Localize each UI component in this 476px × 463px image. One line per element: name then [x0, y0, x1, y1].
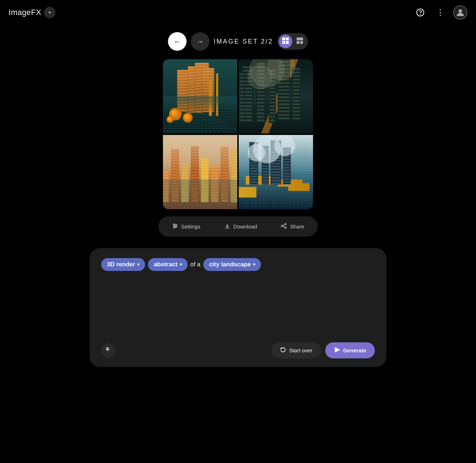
generate-button[interactable]: Generate — [325, 342, 375, 358]
header-right: ⋮ — [413, 5, 467, 20]
prompt-input-area[interactable] — [101, 278, 375, 321]
avatar[interactable] — [453, 5, 467, 20]
svg-rect-6 — [286, 41, 289, 44]
svg-point-17 — [281, 225, 283, 227]
header: ImageFX ▾ ⋮ — [0, 0, 476, 25]
main-content: ← → IMAGE SET 2/2 — [0, 25, 476, 463]
app-title: ImageFX — [9, 8, 41, 17]
svg-point-15 — [174, 227, 175, 228]
grid-view-button[interactable] — [279, 35, 292, 48]
svg-point-13 — [173, 224, 175, 225]
image-cell-3[interactable] — [163, 135, 237, 209]
more-icon: ⋮ — [436, 8, 445, 17]
action-bar: Settings Download Share — [158, 216, 318, 237]
prev-image-set-button[interactable]: ← — [168, 32, 187, 51]
chip-abstract-arrow: ▾ — [180, 262, 182, 267]
help-button[interactable] — [413, 5, 427, 20]
svg-point-14 — [175, 225, 177, 227]
image-cell-4[interactable] — [239, 135, 313, 209]
settings-button[interactable]: Settings — [160, 218, 212, 235]
download-button[interactable]: Download — [213, 218, 269, 235]
share-button[interactable]: Share — [269, 218, 316, 235]
back-arrow-icon: ← — [174, 37, 181, 46]
generate-icon — [334, 347, 340, 354]
image-cell-1[interactable] — [163, 59, 237, 134]
footer-buttons: Start over Generate — [271, 342, 375, 358]
start-over-icon — [280, 347, 286, 354]
download-label: Download — [233, 223, 257, 230]
nav-row: ← → IMAGE SET 2/2 — [168, 32, 308, 51]
image-grid — [163, 59, 313, 209]
share-label: Share — [290, 223, 304, 230]
flag-icon — [105, 347, 111, 354]
flag-button[interactable] — [101, 343, 115, 358]
start-over-button[interactable]: Start over — [271, 342, 321, 358]
avatar-icon — [455, 7, 465, 17]
app-dropdown-button[interactable]: ▾ — [44, 7, 55, 18]
chip-abstract[interactable]: abstract ▾ — [148, 258, 187, 271]
single-icon — [296, 37, 303, 46]
chip-3d-render[interactable]: 3D render ▾ — [101, 258, 145, 271]
prompt-container: 3D render ▾ abstract ▾ of a city landsca… — [90, 248, 386, 367]
svg-rect-8 — [297, 41, 299, 44]
start-over-label: Start over — [289, 347, 312, 353]
svg-line-19 — [283, 225, 285, 226]
grid-icon — [282, 37, 289, 46]
help-icon — [416, 8, 425, 17]
chip-city-arrow: ▾ — [253, 262, 255, 267]
forward-arrow-icon: → — [197, 37, 204, 46]
settings-label: Settings — [181, 223, 200, 230]
chip-3d-arrow: ▾ — [137, 262, 139, 267]
svg-point-1 — [420, 14, 421, 15]
single-view-button[interactable] — [293, 35, 307, 48]
prompt-footer: Start over Generate — [101, 342, 375, 358]
svg-marker-21 — [335, 348, 339, 352]
prompt-chips: 3D render ▾ abstract ▾ of a city landsca… — [101, 258, 375, 271]
chip-abstract-label: abstract — [154, 261, 177, 268]
chip-city-landscape[interactable]: city landscape ▾ — [203, 258, 261, 271]
svg-rect-5 — [282, 41, 285, 44]
svg-rect-3 — [282, 37, 285, 40]
download-icon — [224, 223, 230, 230]
settings-icon — [172, 223, 178, 230]
prompt-connector: of a — [190, 261, 200, 268]
next-image-set-button[interactable]: → — [191, 32, 209, 51]
share-icon — [281, 223, 287, 230]
svg-line-20 — [283, 226, 285, 227]
chip-city-label: city landscape — [209, 261, 251, 268]
svg-point-18 — [285, 227, 286, 228]
svg-point-16 — [285, 223, 286, 225]
image-cell-2[interactable] — [239, 59, 313, 134]
view-toggle — [277, 33, 308, 50]
chip-3d-label: 3D render — [107, 261, 135, 268]
generate-label: Generate — [343, 347, 366, 353]
svg-rect-9 — [300, 41, 303, 44]
svg-rect-4 — [286, 37, 289, 40]
more-options-button[interactable]: ⋮ — [433, 5, 447, 20]
svg-rect-7 — [297, 37, 303, 40]
svg-point-2 — [458, 9, 462, 13]
header-left: ImageFX ▾ — [9, 7, 55, 18]
image-set-label: IMAGE SET 2/2 — [214, 38, 273, 45]
